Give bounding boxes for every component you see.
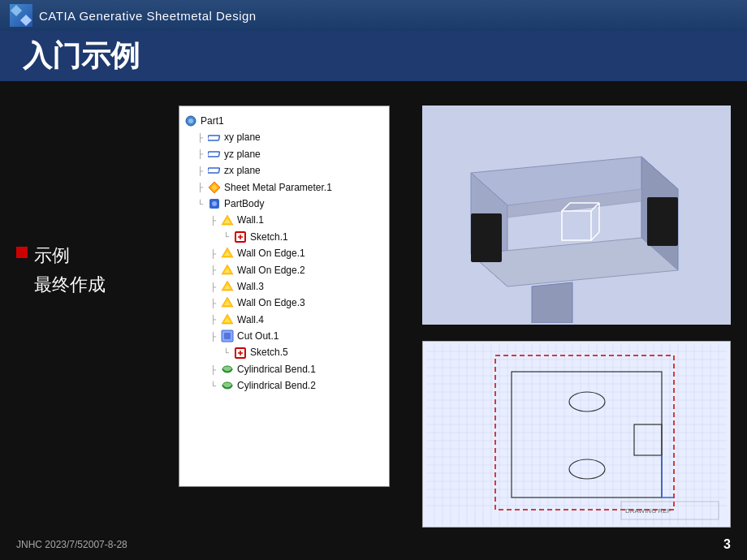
svg-point-8 (212, 201, 217, 206)
wall-icon (221, 214, 234, 227)
list-item: ├ zx plane (184, 162, 384, 179)
svg-marker-38 (532, 282, 572, 323)
tree-connector: ├ (210, 247, 216, 261)
svg-rect-4 (208, 168, 219, 173)
wall-on-edge-icon (221, 264, 234, 277)
tree-item-label: Sketch.5 (250, 344, 288, 360)
svg-rect-2 (208, 136, 219, 140)
header-bar: CATIA Generative Sheetmetal Design (0, 0, 747, 31)
main-content: 示例 最终作成 Part1 ├ xy plane (0, 81, 747, 560)
tree-item-label: Wall.3 (237, 278, 264, 295)
list-item: └ Sketch.5 (184, 344, 384, 360)
list-item: ├ Cylindrical Bend.1 (184, 361, 384, 377)
tree-item-label: yz plane (224, 146, 261, 162)
title-section: 入门示例 (0, 31, 747, 81)
tree-item-label: Sketch.1 (250, 229, 288, 245)
tree-connector: ├ (197, 147, 203, 161)
cylindrical-bend-icon (221, 379, 234, 392)
list-item: Part1 (184, 113, 384, 129)
tree-connector: └ (223, 346, 229, 360)
tree-item-label: Wall.4 (237, 312, 264, 328)
cylindrical-bend-icon (221, 363, 234, 376)
tree-connector: ├ (210, 263, 216, 277)
page-number: 3 (723, 537, 731, 552)
list-item: ├ yz plane (184, 146, 384, 162)
list-item: ├ Wall.3 (184, 278, 384, 295)
svg-rect-36 (471, 213, 502, 262)
svg-text:DRAWING REF: DRAWING REF (625, 507, 671, 515)
svg-rect-3 (208, 152, 219, 157)
list-item: ├ Wall On Edge.3 (184, 295, 384, 311)
tree-connector: └ (210, 379, 216, 393)
list-item: ├ Wall On Edge.2 (184, 262, 384, 278)
footer-text: JNHC 2023/7/52007-8-28 (16, 539, 127, 550)
tree-item-label: zx plane (224, 162, 261, 179)
page-title: 入门示例 (23, 37, 140, 76)
svg-rect-25 (224, 333, 231, 339)
tree-connector: ├ (210, 280, 216, 294)
tree-item-label: Sheet Metal Parameter.1 (224, 179, 332, 196)
list-item: └ Sketch.1 (184, 229, 384, 245)
footer: JNHC 2023/7/52007-8-28 3 (16, 537, 731, 552)
cutout-icon (221, 330, 234, 342)
tree-connector: ├ (197, 164, 203, 178)
tree-item-label: Cylindrical Bend.1 (237, 361, 316, 377)
svg-rect-46 (426, 343, 727, 526)
app-title: CATIA Generative Sheetmetal Design (39, 9, 257, 23)
part-icon (184, 114, 197, 127)
tree-item-label: Part1 (201, 113, 224, 129)
tree-item-label: Wall On Edge.1 (237, 245, 305, 261)
wall-on-edge-icon (221, 247, 234, 260)
tree-connector: └ (197, 197, 203, 211)
list-item: ├ Sheet Metal Parameter.1 (184, 179, 384, 196)
list-item: └ Cylindrical Bend.2 (184, 377, 384, 394)
svg-rect-37 (647, 197, 678, 246)
list-item: ├ Cut Out.1 (184, 328, 384, 344)
tree-item-label: xy plane (224, 129, 261, 145)
tree-connector: ├ (210, 363, 216, 377)
list-item: ├ Wall On Edge.1 (184, 245, 384, 261)
tree-connector: ├ (210, 330, 216, 343)
tree-connector: ├ (210, 213, 216, 227)
bullet-label: 示例 (34, 243, 70, 268)
tree-connector: ├ (197, 180, 203, 194)
left-panel: 示例 最终作成 (16, 243, 179, 297)
bullet-item: 示例 (16, 243, 179, 268)
3d-model-view (422, 106, 731, 325)
tree-item-label: Wall On Edge.3 (237, 295, 305, 311)
plane-icon (208, 164, 221, 177)
tree-item-label: Cut Out.1 (237, 328, 279, 344)
tree-connector: ├ (210, 296, 216, 310)
3d-model-svg (426, 108, 727, 323)
tree-item-label: Wall.1 (237, 212, 264, 228)
wall-icon (221, 280, 234, 293)
tree-item-label: Cylindrical Bend.2 (237, 377, 316, 394)
plane-icon (208, 131, 221, 144)
wall-icon (221, 313, 234, 326)
tree-item-label: PartBody (224, 196, 264, 212)
list-item: ├ Wall.1 (184, 212, 384, 228)
feature-tree[interactable]: Part1 ├ xy plane ├ yz plane ├ (179, 106, 390, 487)
sketch-icon (234, 230, 247, 243)
tree-connector: └ (223, 230, 229, 243)
list-item: ├ Wall.4 (184, 312, 384, 328)
tree-item-label: Wall On Edge.2 (237, 262, 305, 278)
svg-point-1 (188, 118, 193, 123)
2d-drawing-view: DRAWING REF (422, 341, 731, 528)
partbody-icon (208, 197, 221, 210)
plane-icon (208, 148, 221, 161)
2d-drawing-svg: DRAWING REF (426, 343, 727, 526)
bullet-icon (16, 247, 28, 258)
sub-label: 最终作成 (34, 273, 179, 297)
sketch-icon (234, 347, 247, 360)
wall-on-edge-icon (221, 296, 234, 309)
tree-connector: ├ (197, 131, 203, 144)
sheetmetal-icon (208, 181, 221, 194)
list-item: └ PartBody (184, 196, 384, 212)
list-item: ├ xy plane (184, 129, 384, 145)
tree-connector: ├ (210, 312, 216, 326)
app-logo (10, 4, 32, 27)
